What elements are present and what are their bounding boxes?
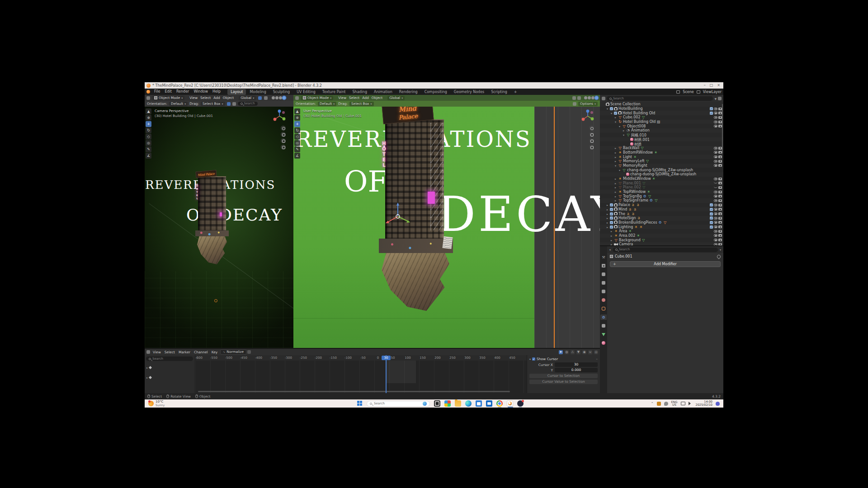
collection-checkbox[interactable] (610, 203, 613, 206)
render-camera-icon[interactable] (718, 108, 722, 110)
taskbar-app-microsoft-store[interactable] (476, 400, 482, 407)
panel-collapse-icon[interactable]: ▾ (529, 357, 531, 361)
workspace-tab-sculpting[interactable]: Sculpting (270, 89, 293, 95)
workspace-tab-shading[interactable]: Shading (349, 89, 370, 95)
graph-menu-channel[interactable]: Channel (192, 350, 210, 354)
render-camera-icon[interactable] (718, 112, 722, 114)
weather-widget[interactable]: 10°CSunny (148, 400, 165, 407)
properties-tab-modifiers[interactable]: ⚙ (600, 314, 607, 320)
outliner-row[interactable]: ▾HotelBuilding (600, 107, 723, 111)
only-errors-icon[interactable]: ⚠ (571, 350, 575, 354)
panel-minimize[interactable]: – (596, 357, 598, 361)
tool-measure[interactable]: ∡ (146, 153, 151, 159)
view-layer-selector[interactable]: ViewLayer (703, 90, 722, 94)
selectable-checkbox[interactable] (710, 225, 713, 229)
tool-transform[interactable]: ◎ (294, 140, 300, 146)
tool-rotate[interactable]: ↻ (294, 127, 300, 133)
outliner-row[interactable]: ▾▽chang-duong-SjOiMtq_Z4w-unsplash (600, 168, 723, 172)
render-camera-icon[interactable] (718, 239, 722, 241)
menu-window[interactable]: Window (191, 89, 210, 94)
navigation-gizmo[interactable] (272, 108, 287, 124)
scene-selector[interactable]: Scene (683, 90, 693, 94)
cursor-x-field[interactable]: 30 (555, 362, 598, 367)
menu-render[interactable]: Render (174, 89, 191, 94)
selectable-checkbox[interactable] (710, 107, 713, 110)
fcurve-channel-row[interactable]: ▸ (146, 366, 151, 369)
hide-eye-icon[interactable] (714, 151, 717, 154)
filter-funnel-icon[interactable]: ▼ (576, 350, 580, 354)
blender-menu-icon[interactable] (146, 90, 150, 94)
orientation-dropdown[interactable]: Global▾ (239, 96, 256, 100)
graph-scrollbar[interactable] (198, 391, 510, 392)
current-frame-badge[interactable]: 30 (382, 356, 391, 360)
tray-expand-chevron[interactable]: ⌃ (651, 402, 654, 405)
pin-icon[interactable] (716, 254, 721, 259)
selectable-checkbox[interactable] (710, 112, 713, 115)
view-object-types-icon[interactable] (573, 102, 576, 106)
outliner-row[interactable]: ▸Lighting☀☀ (600, 225, 723, 229)
outliner-row[interactable]: ▾Hotel Building Old (600, 111, 723, 115)
outliner-row[interactable]: chang-duong-SjOiMtq_Z4w-unsplash (600, 172, 723, 177)
outliner-row[interactable]: ▸☀Area.002☀ (600, 234, 723, 238)
snap-icon[interactable]: ∪ (588, 350, 592, 354)
properties-tab-object[interactable] (600, 306, 607, 311)
taskbar-app-widgets[interactable] (444, 400, 451, 407)
outliner-row[interactable]: ▸▽Background▽ (600, 238, 723, 242)
hide-eye-icon[interactable] (714, 230, 717, 233)
orientation-default-dropdown[interactable]: Default▾ (169, 102, 188, 106)
viewport-menu-object[interactable]: Object (370, 96, 384, 100)
hide-eye-icon[interactable] (714, 160, 717, 163)
collection-checkbox[interactable] (610, 225, 613, 229)
hide-eye-icon[interactable] (714, 125, 717, 127)
workspace-tab-texture-paint[interactable]: Texture Paint (319, 89, 349, 95)
render-camera-icon[interactable] (718, 178, 722, 180)
properties-search-input[interactable]: Search (613, 248, 718, 252)
tray-cloud-icon[interactable] (664, 402, 668, 406)
hide-eye-icon[interactable] (714, 221, 717, 224)
properties-tab-world[interactable] (600, 297, 607, 303)
render-camera-icon[interactable] (718, 191, 722, 193)
outliner-row[interactable]: Scene Collection (600, 102, 723, 107)
hide-eye-icon[interactable] (714, 112, 717, 114)
render-camera-icon[interactable] (718, 208, 722, 211)
graph-menu-marker[interactable]: Marker (177, 350, 192, 354)
hide-eye-icon[interactable] (714, 178, 717, 180)
viewport-menu-view[interactable]: View (337, 96, 348, 100)
properties-tab-output[interactable] (600, 272, 607, 277)
cursor-y-field[interactable]: 0.000 (555, 368, 598, 372)
viewport-search-input[interactable]: Search (238, 102, 258, 106)
viewport-menu-select[interactable]: Select (199, 96, 212, 100)
outliner-row[interactable]: ▸☀Light☀ (600, 155, 723, 159)
hide-eye-icon[interactable] (714, 239, 717, 241)
hide-eye-icon[interactable] (714, 243, 717, 246)
show-hidden-icon[interactable]: ◍ (565, 350, 569, 354)
fcurve-channel-row[interactable]: ▸ (146, 376, 151, 379)
outliner-row[interactable]: ▸HotelSigna (600, 216, 723, 221)
taskbar-app-edge[interactable] (465, 400, 472, 407)
hide-eye-icon[interactable] (714, 164, 717, 167)
hide-eye-icon[interactable] (714, 217, 717, 220)
taskbar-app-blender[interactable] (507, 400, 513, 407)
outliner-row[interactable]: 材质.001 (600, 137, 723, 142)
mode-dropdown[interactable]: Object Mode▾ (152, 96, 184, 100)
selectable-checkbox[interactable] (710, 208, 713, 211)
hide-eye-icon[interactable] (714, 212, 717, 215)
outliner-row[interactable]: ▸Mindaa (600, 207, 723, 212)
outliner-row[interactable]: 材质 (600, 141, 723, 146)
move-gizmo[interactable] (384, 202, 412, 230)
tool-cursor[interactable]: ⊕ (294, 115, 300, 121)
filter-icon[interactable]: ▼ (714, 97, 717, 100)
workspace-tab-compositing[interactable]: Compositing (421, 89, 450, 95)
properties-tab-render[interactable] (600, 263, 607, 268)
menu-file[interactable]: File (152, 89, 162, 94)
workspace-tab-uv-editing[interactable]: UV Editing (293, 89, 319, 95)
cursor-to-selection-button[interactable]: Cursor to Selection (529, 374, 598, 378)
playhead-line[interactable] (386, 355, 387, 393)
render-camera-icon[interactable] (718, 186, 722, 189)
taskbar-search[interactable]: Search (367, 401, 430, 407)
render-camera-icon[interactable] (718, 204, 722, 206)
taskbar-app-file-explorer[interactable] (455, 400, 461, 407)
editor-type-icon[interactable] (146, 350, 150, 354)
outliner-display-mode-icon[interactable] (602, 97, 605, 100)
render-camera-icon[interactable] (718, 116, 722, 119)
